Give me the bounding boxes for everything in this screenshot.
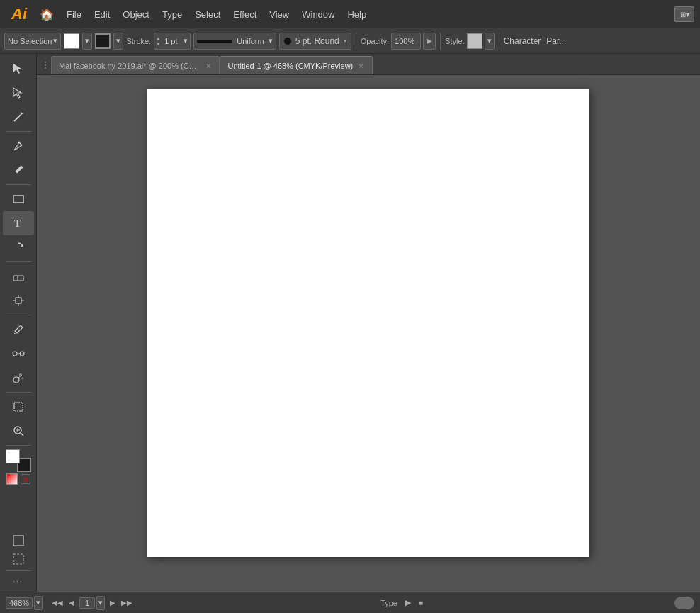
stroke-down-arrow[interactable]: ▼ [156, 41, 160, 47]
brush-selector[interactable]: 5 pt. Round ▾ [279, 33, 351, 50]
nav-next-button[interactable]: ▶ [106, 597, 119, 609]
tool-zoom[interactable] [3, 419, 34, 443]
fill-swatch[interactable] [64, 33, 79, 49]
page-number[interactable]: 1 [79, 597, 95, 609]
svg-point-4 [18, 142, 20, 144]
stroke-unit-dropdown[interactable]: ▾ [181, 33, 190, 50]
tool-scale[interactable] [3, 288, 34, 313]
stroke-color-dropdown[interactable]: ▾ [113, 33, 123, 50]
panel-gripper[interactable] [40, 56, 51, 74]
style-label: Style: [445, 37, 465, 45]
zoom-value[interactable]: 468% [6, 597, 33, 609]
zoom-dropdown[interactable]: ▾ [34, 596, 43, 610]
opacity-more-button[interactable]: ▶ [423, 33, 436, 50]
page-dropdown[interactable]: ▾ [96, 596, 105, 610]
none-indicator[interactable]: ⊘ [21, 474, 30, 484]
nav-prev-button[interactable]: ◀ [65, 597, 78, 609]
menu-effect[interactable]: Effect [227, 6, 262, 23]
tool-magic-wand[interactable] [3, 105, 34, 129]
tool-artboard[interactable] [3, 395, 34, 419]
tool-text[interactable]: T [3, 211, 34, 235]
tab-2-close[interactable]: × [357, 61, 364, 71]
tab-2[interactable]: Untitled-1 @ 468% (CMYK/Preview) × [220, 56, 372, 74]
home-button[interactable]: 🏠 [37, 4, 57, 24]
tab-1[interactable]: Mal facebook ny 2019.ai* @ 200% (CMYK/Pr… [51, 56, 220, 74]
tab-2-label: Untitled-1 @ 468% (CMYK/Preview) [227, 62, 353, 70]
svg-marker-8 [20, 244, 23, 247]
svg-rect-5 [15, 165, 23, 173]
opacity-value[interactable]: 100% [392, 37, 420, 45]
svg-rect-29 [13, 536, 23, 546]
selection-dropdown[interactable]: No Selection ▾ [4, 33, 61, 50]
svg-line-16 [14, 333, 15, 334]
stroke-style-dropdown[interactable]: Uniform ▾ [193, 33, 276, 50]
svg-marker-0 [13, 64, 21, 74]
tool-draw-back[interactable] [3, 550, 34, 568]
stroke-style-arrow: ▾ [269, 36, 273, 45]
menu-edit[interactable]: Edit [89, 6, 115, 23]
menu-help[interactable]: Help [341, 6, 372, 23]
cb-separator-3 [499, 33, 499, 50]
tool-sep-6 [6, 445, 31, 446]
more-tools-dots: ··· [13, 578, 23, 585]
menu-type[interactable]: Type [157, 6, 188, 23]
menu-select[interactable]: Select [189, 6, 226, 23]
style-dropdown[interactable]: ▾ [485, 33, 495, 50]
svg-line-2 [14, 115, 21, 121]
workspace-switcher[interactable]: ⊞ ▾ [674, 6, 694, 22]
menu-view[interactable]: View [264, 6, 295, 23]
menu-object[interactable]: Object [117, 6, 155, 23]
tab-1-label: Mal facebook ny 2019.ai* @ 200% (CMYK/Pr… [59, 62, 201, 70]
stroke-color-arrow: ▾ [116, 36, 120, 45]
opacity-spinner[interactable]: 100% [391, 33, 421, 50]
stroke-swatch[interactable] [95, 33, 111, 49]
paragraph-panel-button[interactable]: Par... [546, 36, 566, 46]
status-play-button[interactable]: ▶ [402, 597, 414, 609]
style-swatch[interactable] [467, 33, 482, 49]
status-stop-button[interactable]: ■ [414, 597, 427, 609]
tool-pencil[interactable] [3, 158, 34, 182]
stroke-spinner-arrows[interactable]: ▲ ▼ [154, 35, 162, 47]
foreground-color-swatch[interactable] [6, 449, 20, 463]
zoom-dropdown-arrow: ▾ [36, 598, 40, 607]
tool-pen[interactable] [3, 134, 34, 158]
stroke-width-spinner[interactable]: ▲ ▼ 1 pt ▾ [154, 33, 191, 50]
character-panel-button[interactable]: Character [504, 36, 541, 46]
fill-dropdown[interactable]: ▾ [82, 33, 92, 50]
control-bar: No Selection ▾ ▾ ▾ Stroke: ▲ ▼ 1 pt ▾ Un… [0, 28, 700, 54]
artboard [147, 89, 589, 557]
tool-direct-select[interactable] [3, 81, 34, 105]
svg-marker-3 [21, 112, 23, 115]
tool-eraser[interactable] [3, 264, 34, 288]
canvas-container[interactable] [37, 75, 700, 592]
svg-rect-30 [13, 554, 23, 564]
spray-icon [12, 371, 25, 384]
svg-line-26 [21, 433, 23, 436]
fill-dropdown-arrow: ▾ [85, 36, 89, 45]
nav-first-button[interactable]: ◀◀ [51, 597, 64, 609]
tool-rotate[interactable] [3, 235, 34, 259]
tool-shape[interactable] [3, 187, 34, 211]
stroke-width-value[interactable]: 1 pt [162, 37, 181, 45]
tool-eyedropper[interactable] [3, 317, 34, 342]
more-arrow-icon: ▶ [427, 37, 432, 45]
tab-1-close[interactable]: × [205, 61, 212, 71]
tool-blend[interactable] [3, 342, 34, 366]
tool-draw-normal[interactable] [3, 532, 34, 550]
tool-select[interactable] [3, 57, 34, 81]
tool-sep-3 [6, 261, 31, 262]
brush-arrow: ▾ [344, 38, 346, 44]
tool-sep-4 [6, 315, 31, 315]
draw-back-icon [12, 553, 25, 566]
menu-window[interactable]: Window [296, 6, 340, 23]
tool-symbol-sprayer[interactable] [3, 366, 34, 390]
tool-more[interactable]: ··· [3, 573, 34, 589]
status-type-section: Type ▶ ■ [136, 597, 672, 609]
opacity-label: Opacity: [361, 37, 389, 45]
stroke-up-arrow[interactable]: ▲ [156, 35, 160, 41]
nav-last-button[interactable]: ▶▶ [120, 597, 133, 609]
color-mode-fill[interactable] [6, 473, 18, 485]
menu-file[interactable]: File [61, 6, 87, 23]
style-dropdown-arrow: ▾ [487, 36, 492, 45]
cb-separator-2 [440, 33, 441, 50]
